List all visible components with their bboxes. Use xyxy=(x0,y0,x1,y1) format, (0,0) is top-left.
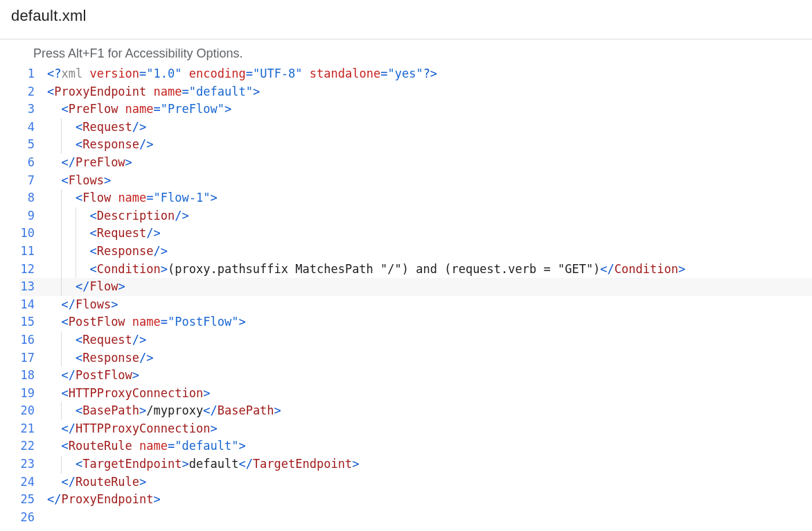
line-content[interactable]: <PreFlow name="PreFlow"> xyxy=(47,101,812,119)
code-token: Request xyxy=(82,120,132,134)
line-number[interactable]: 25 xyxy=(19,491,47,509)
code-line[interactable]: 8<Flow name="Flow-1"> xyxy=(19,189,812,207)
code-token: Response xyxy=(82,137,139,151)
code-line[interactable]: 13</Flow> xyxy=(19,278,812,296)
code-line[interactable]: 1<?xml version="1.0" encoding="UTF-8" st… xyxy=(19,65,812,83)
line-number[interactable]: 5 xyxy=(19,136,47,154)
line-number[interactable]: 8 xyxy=(19,189,47,207)
code-line[interactable]: 10<Request/> xyxy=(19,225,812,243)
code-line[interactable]: 7<Flows> xyxy=(19,172,812,190)
line-number[interactable]: 4 xyxy=(19,119,47,137)
code-line[interactable]: 5<Response/> xyxy=(19,136,812,154)
line-content[interactable]: <PostFlow name="PostFlow"> xyxy=(47,313,812,331)
line-content[interactable]: </RouteRule> xyxy=(47,473,812,491)
line-content[interactable]: <Response/> xyxy=(47,243,812,261)
code-line[interactable]: 21</HTTPProxyConnection> xyxy=(19,420,812,438)
line-number[interactable]: 3 xyxy=(19,101,47,119)
line-number[interactable]: 13 xyxy=(19,278,47,296)
line-number[interactable]: 2 xyxy=(19,83,47,101)
line-number[interactable]: 16 xyxy=(19,331,47,349)
code-line[interactable]: 9<Description/> xyxy=(19,207,812,225)
code-line[interactable]: 11<Response/> xyxy=(19,243,812,261)
line-content[interactable]: <?xml version="1.0" encoding="UTF-8" sta… xyxy=(47,65,812,83)
code-token: </ xyxy=(61,297,75,311)
code-token: encoding xyxy=(189,67,246,80)
editor-area[interactable]: Press Alt+F1 for Accessibility Options. … xyxy=(0,39,812,526)
code-line[interactable]: 24</RouteRule> xyxy=(19,473,812,491)
code-token: = xyxy=(139,67,146,80)
line-number[interactable]: 18 xyxy=(19,367,47,385)
code-line[interactable]: 16<Request/> xyxy=(19,331,812,349)
line-content[interactable]: <BasePath>/myproxy</BasePath> xyxy=(47,402,812,420)
line-number[interactable]: 7 xyxy=(19,172,47,190)
line-number[interactable]: 11 xyxy=(19,243,47,261)
line-number[interactable]: 10 xyxy=(19,225,47,243)
code-line[interactable]: 23<TargetEndpoint>default</TargetEndpoin… xyxy=(19,455,812,473)
code-token: </ xyxy=(61,368,75,382)
line-content[interactable]: </HTTPProxyConnection> xyxy=(47,420,812,438)
line-content[interactable]: <Request/> xyxy=(47,225,812,243)
code-token: > xyxy=(161,262,168,276)
line-content[interactable]: </PostFlow> xyxy=(47,367,812,385)
code-token: name xyxy=(132,315,161,329)
code-line[interactable]: 19<HTTPProxyConnection> xyxy=(19,385,812,403)
code-line[interactable]: 14</Flows> xyxy=(19,296,812,314)
line-content[interactable]: <Flow name="Flow-1"> xyxy=(47,189,812,207)
code-token: < xyxy=(47,85,54,98)
code-line[interactable]: 12<Condition>(proxy.pathsuffix MatchesPa… xyxy=(19,261,812,279)
line-content[interactable]: <Flows> xyxy=(47,172,812,190)
line-content[interactable]: <Request/> xyxy=(47,119,812,137)
code-line[interactable]: 20<BasePath>/myproxy</BasePath> xyxy=(19,402,812,420)
code-line[interactable]: 18</PostFlow> xyxy=(19,367,812,385)
line-number[interactable]: 12 xyxy=(19,261,47,279)
line-content[interactable]: <Response/> xyxy=(47,136,812,154)
line-number[interactable]: 14 xyxy=(19,296,47,314)
line-content[interactable]: </Flows> xyxy=(47,296,812,314)
line-content[interactable]: <HTTPProxyConnection> xyxy=(47,385,812,403)
line-number[interactable]: 1 xyxy=(19,65,47,83)
line-content[interactable]: <Request/> xyxy=(47,331,812,349)
code-line[interactable]: 3<PreFlow name="PreFlow"> xyxy=(19,101,812,119)
code-token: "Flow-1" xyxy=(154,191,211,204)
line-content[interactable]: <ProxyEndpoint name="default"> xyxy=(47,83,812,101)
code-line[interactable]: 26 xyxy=(19,509,812,527)
line-number[interactable]: 6 xyxy=(19,154,47,172)
code-area[interactable]: 1<?xml version="1.0" encoding="UTF-8" st… xyxy=(19,65,812,526)
line-number[interactable]: 21 xyxy=(19,420,47,438)
line-number[interactable]: 19 xyxy=(19,385,47,403)
code-token: PreFlow xyxy=(76,155,125,169)
line-content[interactable]: </ProxyEndpoint> xyxy=(47,491,812,509)
code-token: HTTPProxyConnection xyxy=(76,421,210,435)
line-number[interactable]: 9 xyxy=(19,207,47,225)
line-number[interactable]: 15 xyxy=(19,313,47,331)
code-token: Flows xyxy=(76,297,111,311)
code-line[interactable]: 2<ProxyEndpoint name="default"> xyxy=(19,83,812,101)
line-content[interactable]: <RouteRule name="default"> xyxy=(47,437,812,455)
code-token: > xyxy=(118,279,125,293)
code-line[interactable]: 22<RouteRule name="default"> xyxy=(19,437,812,455)
line-number[interactable]: 20 xyxy=(19,402,47,420)
code-token: /> xyxy=(132,120,146,134)
code-line[interactable]: 25</ProxyEndpoint> xyxy=(19,491,812,509)
code-line[interactable]: 6</PreFlow> xyxy=(19,154,812,172)
editor-header: default.xml xyxy=(0,0,812,32)
code-token: TargetEndpoint xyxy=(82,457,182,471)
line-number[interactable]: 24 xyxy=(19,473,47,491)
code-line[interactable]: 17<Response/> xyxy=(19,349,812,367)
code-token: > xyxy=(352,457,359,471)
line-content[interactable]: <Condition>(proxy.pathsuffix MatchesPath… xyxy=(47,261,812,279)
line-content[interactable]: <TargetEndpoint>default</TargetEndpoint> xyxy=(47,455,812,473)
code-token: Request xyxy=(82,333,132,347)
code-line[interactable]: 15<PostFlow name="PostFlow"> xyxy=(19,313,812,331)
line-number[interactable]: 23 xyxy=(19,455,47,473)
line-number[interactable]: 22 xyxy=(19,437,47,455)
line-content[interactable]: <Response/> xyxy=(47,349,812,367)
line-content[interactable]: <Description/> xyxy=(47,207,812,225)
code-token: /> xyxy=(154,244,168,258)
line-content[interactable]: </Flow> xyxy=(47,278,812,296)
code-line[interactable]: 4<Request/> xyxy=(19,119,812,137)
code-token: = xyxy=(161,315,168,329)
line-content[interactable]: </PreFlow> xyxy=(47,154,812,172)
line-number[interactable]: 17 xyxy=(19,349,47,367)
line-number[interactable]: 26 xyxy=(19,509,47,527)
